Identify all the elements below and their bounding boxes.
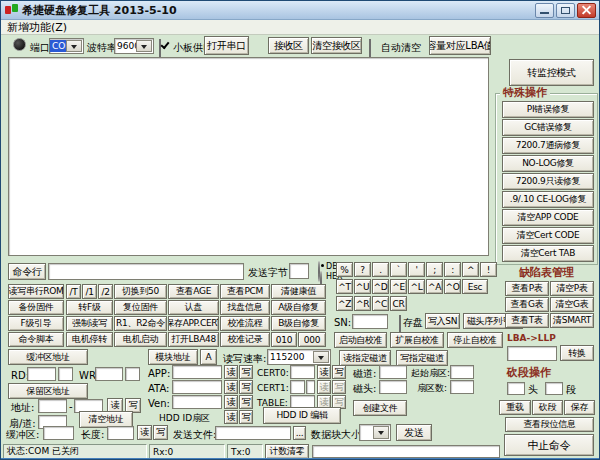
hdd-id-write-button[interactable]: 写	[239, 410, 253, 424]
length-input[interactable]	[107, 426, 134, 440]
close-button[interactable]	[577, 3, 596, 18]
key-semicolon[interactable]: ;	[426, 262, 443, 277]
hdd-id-read-button[interactable]: 读	[224, 410, 238, 424]
abort-command-button[interactable]: 中止命令	[504, 434, 594, 456]
clear-count-button[interactable]: 计数清零	[265, 444, 309, 459]
ven-write-button[interactable]: 写	[239, 395, 253, 409]
receive-output-area[interactable]	[8, 57, 489, 256]
clear-smart-button[interactable]: 清SMART	[550, 313, 594, 328]
key-000-button[interactable]: 000	[298, 332, 326, 347]
app-input[interactable]	[172, 365, 222, 379]
disk-info-button[interactable]: 找盘信息	[220, 300, 270, 315]
send-button[interactable]: 发送	[396, 424, 432, 441]
sector-count-input[interactable]	[450, 380, 474, 394]
cert1-input-2[interactable]	[306, 380, 315, 394]
menu-item-new-features[interactable]: 新增功能(Z)	[7, 20, 67, 35]
key-cr[interactable]: CR	[390, 296, 407, 311]
key-ctrl-o[interactable]: ^O	[444, 279, 461, 294]
monitor-mode-button[interactable]: 转监控模式	[509, 59, 594, 86]
motor-stop-button[interactable]: 电机停转	[66, 332, 113, 347]
key-dot[interactable]: .	[372, 262, 389, 277]
read-track-button[interactable]: 读指定磁道	[339, 350, 391, 366]
chevron-down-icon[interactable]	[136, 40, 152, 52]
cert0-write-button[interactable]: 写	[332, 365, 346, 379]
command-input[interactable]	[48, 263, 244, 280]
buffer-input[interactable]	[43, 426, 74, 440]
rd-input-1[interactable]	[27, 367, 56, 381]
no-log-fix-button[interactable]: NO-LOG修复	[502, 155, 594, 172]
reserved-addr-button[interactable]: 保留区地址	[8, 383, 88, 399]
pi-error-fix-button[interactable]: PI错误修复	[502, 101, 594, 118]
module-a-button[interactable]: A	[200, 349, 217, 365]
send-bytes-input[interactable]	[289, 263, 309, 279]
slash-t-button[interactable]: /T	[66, 284, 81, 299]
reload-button[interactable]: 重载	[499, 400, 531, 415]
stop-selfscan-button[interactable]: 停止自校准	[447, 332, 503, 348]
port-select[interactable]: COM1	[49, 38, 84, 54]
convert-button[interactable]: 转换	[560, 345, 594, 361]
rw-rate-select[interactable]: 115200	[267, 349, 331, 365]
start-sector-input[interactable]	[450, 365, 474, 379]
rw-serial-rom-button[interactable]: 读写串行ROM	[8, 284, 64, 299]
key-ctrl-u[interactable]: ^U	[354, 279, 371, 294]
clear-health-button[interactable]: 清健康值	[271, 284, 326, 299]
calib-record-button[interactable]: 校准记录	[220, 332, 270, 347]
command-line-button[interactable]: 命令行	[8, 263, 46, 280]
ven-input[interactable]	[172, 395, 222, 409]
extend-selfscan-button[interactable]: 扩展自校准	[390, 332, 444, 348]
view-segment-info-button[interactable]: 查看段位信息	[505, 417, 594, 432]
key-quote[interactable]: '	[408, 262, 425, 277]
a-level-self-fix-button[interactable]: A级自修复	[271, 300, 326, 315]
clear-cert-tab-button[interactable]: 清空Cert TAB	[502, 245, 594, 262]
lba-convert-input[interactable]	[507, 346, 557, 361]
calib-process-button[interactable]: 校准流程	[220, 316, 270, 331]
key-percent[interactable]: %	[336, 262, 353, 277]
write-sn-button[interactable]: 写入SN	[425, 313, 460, 329]
buffer-addr-button[interactable]: 缓冲区地址	[8, 349, 88, 365]
key-ctrl-d[interactable]: ^D	[372, 279, 389, 294]
cert1-input[interactable]	[290, 380, 305, 394]
cert0-input[interactable]	[290, 365, 315, 379]
cert1-read-button[interactable]: 读	[317, 380, 331, 394]
switch-to-50-button[interactable]: 切换到50	[114, 284, 167, 299]
cert0-read-button[interactable]: 读	[317, 365, 331, 379]
rd-input-2[interactable]	[58, 367, 73, 381]
app-read-button[interactable]: 读	[224, 365, 238, 379]
reset-firmware-button[interactable]: 复位固件	[114, 300, 167, 315]
save-button[interactable]: 保存	[564, 400, 595, 415]
cut-segment-button[interactable]: 砍段	[532, 400, 563, 415]
open-lba48-button[interactable]: 打开LBA48	[168, 332, 219, 347]
f-level-boot-button[interactable]: F级引导	[8, 316, 64, 331]
addr-from-input[interactable]	[38, 399, 67, 413]
clear-receive-button[interactable]: 清空接收区	[311, 37, 362, 54]
command-script-button[interactable]: 命令脚本	[8, 332, 64, 347]
open-serial-button[interactable]: 打开串口	[204, 36, 249, 55]
write-track-button[interactable]: 写指定磁道	[396, 350, 448, 366]
key-esc[interactable]: Esc	[462, 279, 488, 294]
wr-input-1[interactable]	[95, 367, 123, 381]
force-rw-button[interactable]: 强制读写	[66, 316, 113, 331]
key-ctrl-a[interactable]: ^A	[426, 279, 443, 294]
clear-app-code-button[interactable]: 清空APP CODE	[502, 209, 594, 226]
chevron-down-icon[interactable]	[373, 426, 389, 439]
backup-firmware-button[interactable]: 备份固件	[8, 300, 64, 315]
r1-r2-command-button[interactable]: R1、R2命令	[114, 316, 167, 331]
ata-input[interactable]	[172, 380, 222, 394]
motor-start-button[interactable]: 电机启动	[114, 332, 167, 347]
save-app-cert-button[interactable]: 保存APP.CERT	[168, 316, 219, 331]
ven-read-button[interactable]: 读	[224, 395, 238, 409]
view-t-list-button[interactable]: 查看T表	[505, 313, 549, 328]
sn-input[interactable]	[352, 314, 388, 329]
key-ctrl-c[interactable]: ^C	[372, 296, 389, 311]
view-p-list-button[interactable]: 查看P表	[505, 281, 549, 296]
buffer-write-button[interactable]: 写	[153, 425, 168, 440]
cut-head-input[interactable]	[507, 382, 525, 395]
baud-select[interactable]: 9600	[114, 38, 154, 54]
browse-file-button[interactable]: ...	[293, 426, 306, 440]
head-input[interactable]	[379, 380, 407, 394]
clear-g-list-button[interactable]: 清空G表	[550, 297, 594, 312]
to-f-level-button[interactable]: 转F级	[66, 300, 113, 315]
key-ctrl-z[interactable]: ^Z	[336, 296, 353, 311]
wr-input-2[interactable]	[125, 367, 140, 381]
create-file-button[interactable]: 创建文件	[353, 400, 407, 416]
